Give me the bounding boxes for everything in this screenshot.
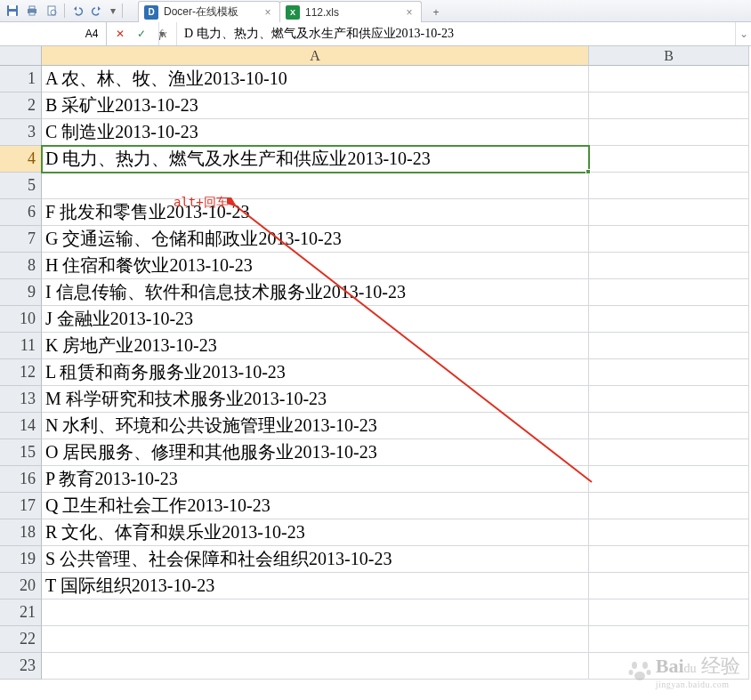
cell[interactable] xyxy=(589,226,749,253)
cell[interactable] xyxy=(589,279,749,306)
fill-handle[interactable] xyxy=(585,169,591,174)
table-row: N 水利、环境和公共设施管理业2013-10-23 xyxy=(42,413,751,439)
tab-label: Docer-在线模板 xyxy=(164,4,238,20)
cell[interactable] xyxy=(589,66,749,93)
cell[interactable] xyxy=(589,146,749,173)
row-header[interactable]: 10 xyxy=(0,306,42,333)
cell[interactable] xyxy=(42,626,589,653)
row-header[interactable]: 1 xyxy=(0,66,42,93)
cell[interactable] xyxy=(589,519,749,546)
name-box[interactable] xyxy=(25,28,158,40)
cell[interactable]: H 住宿和餐饮业2013-10-23 xyxy=(42,253,589,279)
cell[interactable]: G 交通运输、仓储和邮政业2013-10-23 xyxy=(42,226,589,253)
svg-point-12 xyxy=(646,670,650,675)
cell[interactable] xyxy=(589,386,749,413)
cell[interactable] xyxy=(589,333,749,359)
column-header[interactable]: B xyxy=(589,46,749,66)
tab-file[interactable]: X 112.xls × xyxy=(279,1,422,22)
cell[interactable]: R 文化、体育和娱乐业2013-10-23 xyxy=(42,519,589,546)
add-tab-button[interactable]: + xyxy=(424,3,448,22)
row-header[interactable]: 14 xyxy=(0,413,42,439)
row-header[interactable]: 6 xyxy=(0,199,42,226)
cell[interactable]: T 国际组织2013-10-23 xyxy=(42,573,589,599)
row-header[interactable]: 19 xyxy=(0,546,42,573)
row-header[interactable]: 18 xyxy=(0,519,42,546)
undo-icon[interactable] xyxy=(69,2,86,20)
row-header[interactable]: 15 xyxy=(0,439,42,466)
cells-area[interactable]: A 农、林、牧、渔业2013-10-10B 采矿业2013-10-23C 制造业… xyxy=(42,66,751,680)
table-row: L 租赁和商务服务业2013-10-23 xyxy=(42,359,751,386)
save-icon[interactable] xyxy=(4,2,21,20)
cell[interactable] xyxy=(589,573,749,599)
close-icon[interactable]: × xyxy=(262,6,274,19)
table-row xyxy=(42,599,751,626)
cell[interactable] xyxy=(589,626,749,653)
cell[interactable]: P 教育2013-10-23 xyxy=(42,466,589,493)
cell[interactable] xyxy=(589,119,749,146)
cell[interactable]: M 科学研究和技术服务业2013-10-23 xyxy=(42,386,589,413)
cell[interactable]: S 公共管理、社会保障和社会组织2013-10-23 xyxy=(42,546,589,573)
docer-icon: D xyxy=(144,5,158,20)
cell[interactable] xyxy=(589,359,749,386)
row-header[interactable]: 3 xyxy=(0,119,42,146)
cell[interactable] xyxy=(589,199,749,226)
row-header[interactable]: 23 xyxy=(0,653,42,680)
cell[interactable]: I 信息传输、软件和信息技术服务业2013-10-23 xyxy=(42,279,589,306)
svg-point-13 xyxy=(634,672,645,680)
formula-input[interactable] xyxy=(177,22,735,45)
select-all-corner[interactable] xyxy=(0,46,42,66)
row-header[interactable]: 20 xyxy=(0,573,42,599)
cell[interactable] xyxy=(589,173,749,199)
cell[interactable] xyxy=(589,546,749,573)
row-header[interactable]: 22 xyxy=(0,626,42,653)
row-header[interactable]: 8 xyxy=(0,253,42,279)
expand-formula-icon[interactable]: ⌄ xyxy=(735,22,751,45)
tab-docer[interactable]: D Docer-在线模板 × xyxy=(138,1,280,22)
row-headers: 1234567891011121314151617181920212223 xyxy=(0,66,42,680)
cell[interactable]: N 水利、环境和公共设施管理业2013-10-23 xyxy=(42,413,589,439)
column-header[interactable]: A xyxy=(42,46,589,66)
row-header[interactable]: 16 xyxy=(0,466,42,493)
table-row: B 采矿业2013-10-23 xyxy=(42,93,751,119)
cell[interactable]: A 农、林、牧、渔业2013-10-10 xyxy=(42,66,589,93)
row-header[interactable]: 21 xyxy=(0,599,42,626)
table-row: A 农、林、牧、渔业2013-10-10 xyxy=(42,66,751,93)
close-icon[interactable]: × xyxy=(403,6,416,19)
cell[interactable] xyxy=(42,599,589,626)
spreadsheet-grid: AB 1234567891011121314151617181920212223… xyxy=(0,46,751,700)
print-icon[interactable] xyxy=(23,2,41,20)
cell[interactable] xyxy=(589,306,749,333)
cell[interactable] xyxy=(589,413,749,439)
cell[interactable]: F 批发和零售业2013-10-23 xyxy=(42,199,589,226)
cell[interactable] xyxy=(589,439,749,466)
row-header[interactable]: 4 xyxy=(0,146,42,173)
row-header[interactable]: 2 xyxy=(0,93,42,119)
cell[interactable]: J 金融业2013-10-23 xyxy=(42,306,589,333)
table-row: J 金融业2013-10-23 xyxy=(42,306,751,333)
cell[interactable]: K 房地产业2013-10-23 xyxy=(42,333,589,359)
cell[interactable]: D 电力、热力、燃气及水生产和供应业2013-10-23 xyxy=(42,146,589,173)
cell[interactable] xyxy=(589,493,749,519)
row-header[interactable]: 17 xyxy=(0,493,42,519)
row-header[interactable]: 9 xyxy=(0,279,42,306)
cell[interactable]: Q 卫生和社会工作2013-10-23 xyxy=(42,493,589,519)
print-preview-icon[interactable] xyxy=(43,2,61,20)
cell[interactable] xyxy=(589,466,749,493)
cell[interactable]: O 居民服务、修理和其他服务业2013-10-23 xyxy=(42,439,589,466)
row-header[interactable]: 11 xyxy=(0,333,42,359)
cell[interactable] xyxy=(589,93,749,119)
cell[interactable] xyxy=(42,173,589,199)
cell[interactable] xyxy=(42,653,589,680)
name-box-dropdown-icon[interactable]: ▾ xyxy=(158,22,165,45)
qat-customize-icon[interactable]: ▾ xyxy=(108,2,118,20)
row-header[interactable]: 13 xyxy=(0,386,42,413)
cell[interactable] xyxy=(589,253,749,279)
row-header[interactable]: 12 xyxy=(0,359,42,386)
row-header[interactable]: 7 xyxy=(0,226,42,253)
cell[interactable]: L 租赁和商务服务业2013-10-23 xyxy=(42,359,589,386)
cell[interactable] xyxy=(589,599,749,626)
cell[interactable]: C 制造业2013-10-23 xyxy=(42,119,589,146)
cell[interactable]: B 采矿业2013-10-23 xyxy=(42,93,589,119)
row-header[interactable]: 5 xyxy=(0,173,42,199)
redo-icon[interactable] xyxy=(88,2,106,20)
